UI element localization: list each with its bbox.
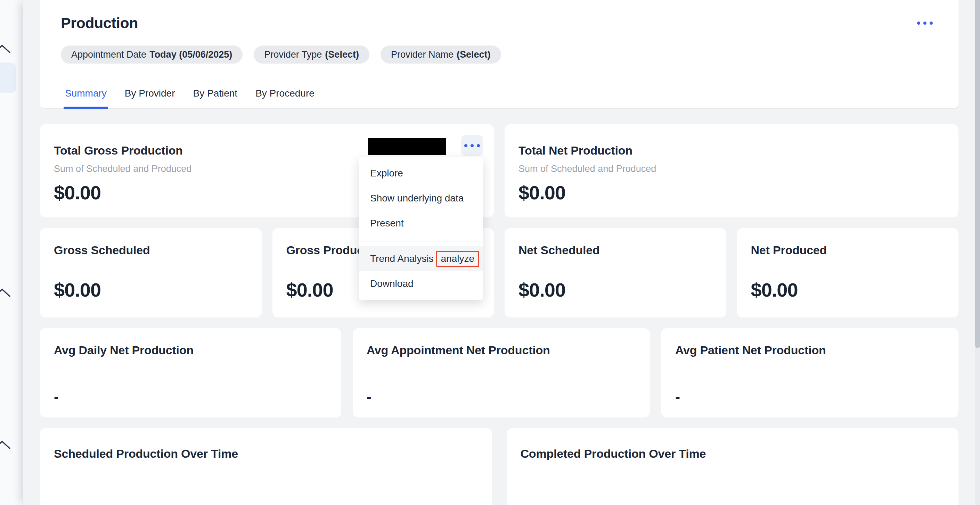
card-avg-patient-net-production: Avg Patient Net Production - [661, 328, 958, 418]
filter-chip-provider-type[interactable]: Provider Type (Select) [254, 46, 369, 64]
redacted-box [368, 138, 446, 155]
kpi-title: Net Produced [751, 243, 945, 257]
kpi-value: $0.00 [54, 279, 248, 301]
page-container: Production Appointment Date Today (05/06… [40, 0, 958, 505]
menu-item-download[interactable]: Download [359, 271, 483, 296]
kpi-row-breakdown: Gross Scheduled $0.00 Gross Produced $0.… [40, 228, 958, 318]
card-scheduled-production-over-time: Scheduled Production Over Time [40, 428, 492, 505]
dot-icon [477, 144, 480, 147]
kpi-title: Avg Daily Net Production [54, 343, 327, 357]
kpi-title: Net Scheduled [519, 243, 713, 257]
filter-chip-provider-name[interactable]: Provider Name (Select) [380, 46, 501, 64]
sidebar-chevron-icon[interactable] [0, 287, 10, 297]
card-gross-scheduled: Gross Scheduled $0.00 [40, 228, 262, 318]
dot-icon [930, 22, 933, 25]
kpi-value: - [54, 389, 327, 406]
kpi-title: Avg Appointment Net Production [367, 343, 636, 357]
kpi-value: $0.00 [519, 181, 945, 204]
sidebar-chevron-icon[interactable] [0, 440, 10, 449]
dot-icon [471, 144, 474, 147]
kpi-title: Avg Patient Net Production [675, 343, 945, 357]
tab-bar: Summary By Provider By Patient By Proced… [64, 88, 316, 109]
card-avg-appointment-net-production: Avg Appointment Net Production - [353, 328, 650, 418]
page-header: Production Appointment Date Today (05/06… [40, 0, 958, 109]
ellipsis-icon [464, 144, 480, 147]
chart-title: Scheduled Production Over Time [54, 447, 478, 461]
page-title: Production [61, 14, 138, 32]
kpi-row-totals: Total Gross Production Sum of Scheduled … [40, 124, 958, 218]
scrollbar-thumb[interactable] [975, 0, 980, 348]
kpi-value: $0.00 [751, 279, 945, 301]
card-completed-production-over-time: Completed Production Over Time [507, 428, 959, 505]
filter-label: Provider Type [264, 49, 322, 60]
dot-icon [917, 22, 920, 25]
page-more-options-icon[interactable] [917, 22, 933, 25]
kpi-value: - [367, 389, 636, 406]
menu-item-show-underlying-data[interactable]: Show underlying data [359, 186, 483, 211]
menu-item-trend-analysis[interactable]: Trend Analysis analyze [359, 246, 483, 271]
menu-divider [359, 241, 483, 241]
card-avg-daily-net-production: Avg Daily Net Production - [40, 328, 341, 418]
filter-bar: Appointment Date Today (05/06/2025) Prov… [61, 46, 501, 64]
filter-label: Appointment Date [71, 49, 146, 60]
kpi-row-averages: Avg Daily Net Production - Avg Appointme… [40, 328, 958, 418]
card-net-scheduled: Net Scheduled $0.00 [504, 228, 726, 318]
sidebar-active-item[interactable] [0, 62, 16, 93]
filter-chip-appointment-date[interactable]: Appointment Date Today (05/06/2025) [61, 46, 243, 64]
sidebar-chevron-icon[interactable] [0, 44, 10, 54]
menu-item-explore[interactable]: Explore [359, 161, 483, 186]
scrollbar-track[interactable] [975, 0, 980, 505]
card-net-produced: Net Produced $0.00 [737, 228, 959, 318]
dot-icon [464, 144, 468, 147]
card-total-net-production: Total Net Production Sum of Scheduled an… [504, 124, 958, 218]
chart-row: Scheduled Production Over Time Completed… [40, 428, 958, 505]
card-options-dropdown: Explore Show underlying data Present Tre… [359, 157, 483, 300]
tab-by-provider[interactable]: By Provider [123, 88, 177, 109]
main-panel: Production Appointment Date Today (05/06… [23, 0, 980, 505]
chart-title: Completed Production Over Time [520, 447, 945, 461]
tab-summary[interactable]: Summary [64, 88, 108, 109]
kpi-value: - [675, 389, 945, 406]
kpi-value: $0.00 [519, 279, 713, 301]
filter-value: (Select) [325, 49, 359, 60]
annotation-tag-analyze: analyze [436, 251, 480, 267]
menu-item-present[interactable]: Present [359, 211, 483, 236]
sidebar-nav [0, 0, 23, 505]
tab-by-patient[interactable]: By Patient [192, 88, 239, 109]
menu-item-label: Trend Analysis [370, 253, 434, 264]
dot-icon [923, 22, 926, 25]
card-more-options-button[interactable] [461, 135, 483, 156]
filter-label: Provider Name [391, 49, 453, 60]
dashboard-content: Total Gross Production Sum of Scheduled … [40, 124, 958, 505]
kpi-title: Gross Scheduled [54, 243, 248, 257]
app-root: Production Appointment Date Today (05/06… [0, 0, 980, 505]
filter-value: (Select) [457, 49, 491, 60]
kpi-subtitle: Sum of Scheduled and Produced [519, 164, 945, 174]
tab-by-procedure[interactable]: By Procedure [254, 88, 316, 109]
filter-value: Today (05/06/2025) [150, 49, 232, 60]
kpi-title: Total Net Production [519, 144, 945, 157]
